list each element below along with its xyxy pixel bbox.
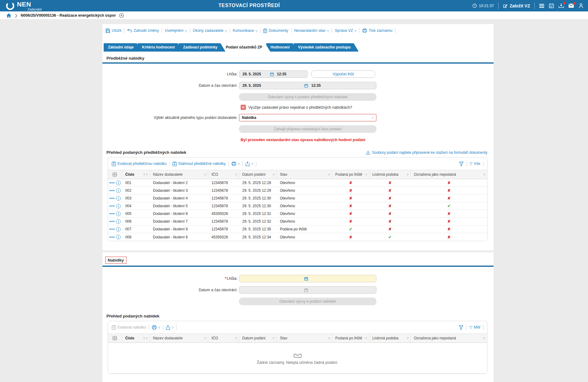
print-record-button[interactable]: Tisk záznamu <box>362 28 392 33</box>
row-info-icon[interactable]: i <box>116 188 121 193</box>
tab-vysledek[interactable]: Výsledek zadávacího postupu <box>294 43 359 52</box>
column-header-datum[interactable]: Datum podání▽ <box>239 334 277 342</box>
column-header-ico[interactable]: IČO▽ <box>208 170 239 179</box>
filter-dropdown-icon[interactable]: ▽ <box>235 337 237 340</box>
row-menu-icon[interactable] <box>110 221 114 222</box>
table-row[interactable]: i 001 Dodavatel - školení 2 12345678 29.… <box>108 179 487 187</box>
filter-dropdown-icon[interactable]: ▽ <box>483 337 485 340</box>
row-menu-icon[interactable] <box>110 182 114 183</box>
inbox-download-icon[interactable] <box>558 3 564 8</box>
row-info-icon[interactable]: i <box>116 227 121 232</box>
stahnout-predbezne-button[interactable]: Stáhnout předběžné nabídky <box>172 162 226 166</box>
filter-dropdown-icon[interactable]: ▽ <box>146 173 148 176</box>
sprava-vz-menu[interactable]: Správa VZ▽ <box>335 28 356 33</box>
column-header-podana[interactable]: Podaná po lhůtě▽ <box>332 334 369 342</box>
filter-dropdown-icon[interactable]: ▽ <box>328 337 330 340</box>
filter-dropdown-icon[interactable]: ▽ <box>273 337 275 340</box>
calendar-icon[interactable] <box>304 277 308 281</box>
home-icon[interactable] <box>6 13 11 18</box>
column-chooser-icon[interactable] <box>108 334 122 342</box>
calendar-icon[interactable] <box>270 72 274 76</box>
nen-logo[interactable]: NEN Zadavatel <box>6 1 42 11</box>
typ-podani-select[interactable]: Nabídka ▽ <box>239 114 376 121</box>
column-header-cislo[interactable]: Číslo ↑ ▽ <box>122 334 150 342</box>
dokumenty-button[interactable]: Dokumenty <box>263 28 288 33</box>
view-preset-select[interactable]: ▽ Vše <box>470 162 480 166</box>
filter-dropdown-icon[interactable]: ▽ <box>146 337 148 340</box>
oteviran-field[interactable]: 29. 5. 2025 12:35 <box>239 82 376 89</box>
filter-dropdown-icon[interactable]: ▽ <box>407 173 408 176</box>
filter-dropdown-icon[interactable]: ▽ <box>365 337 367 340</box>
calendar-icon[interactable] <box>304 84 308 88</box>
table-row[interactable]: i 007 Dodavatel - školení 8 12345678 29.… <box>108 225 487 233</box>
print-table-button[interactable]: ▽ <box>152 325 160 330</box>
ukony-zadavatele-menu[interactable]: Úkony zadavatele▽ <box>193 28 227 33</box>
filter-dropdown-icon[interactable]: ▽ <box>365 173 367 176</box>
row-menu-icon[interactable] <box>110 198 114 199</box>
row-menu-icon[interactable] <box>110 190 114 191</box>
filter-dropdown-icon[interactable]: ▽ <box>328 173 330 176</box>
column-header-listinna[interactable]: Listinná podoba▽ <box>369 334 411 342</box>
row-info-icon[interactable]: i <box>116 181 121 185</box>
breadcrumb-item[interactable]: N006/25/V00005136 - Realizace energetick… <box>21 13 116 18</box>
user-icon[interactable] <box>578 3 584 8</box>
filter-button[interactable] <box>459 162 464 166</box>
filter-dropdown-icon[interactable]: ▽ <box>235 173 237 176</box>
column-header-cislo[interactable]: Číslo ↑ ▽ <box>122 170 150 179</box>
row-info-icon[interactable]: i <box>116 212 121 216</box>
uverejneni-menu[interactable]: Uveřejnění▽ <box>165 28 187 33</box>
table-row[interactable]: i 004 Dodavatel - školení 5 12345678 29.… <box>108 202 487 210</box>
komunikace-menu[interactable]: Komunikace▽ <box>233 28 257 33</box>
export-table-button[interactable]: ▽ <box>166 325 173 330</box>
row-info-icon[interactable]: i <box>116 204 121 208</box>
row-info-icon[interactable]: i <box>116 235 121 239</box>
column-header-oznacena[interactable]: Označena jako nepodaná▽ <box>411 334 487 342</box>
table-row[interactable]: i 006 Dodavatel - školení 7 12345678 29.… <box>108 218 487 225</box>
create-vz-button[interactable]: Založit VZ <box>503 3 530 8</box>
row-menu-icon[interactable] <box>110 205 114 207</box>
filter-dropdown-icon[interactable]: ▽ <box>483 173 485 176</box>
filter-dropdown-icon[interactable]: ▽ <box>273 173 275 176</box>
column-header-stav[interactable]: Stav▽ <box>277 170 332 179</box>
discard-changes-button[interactable]: Zahodit změny <box>127 28 159 33</box>
export-table-button[interactable]: ▽ <box>246 162 253 166</box>
column-header-ico[interactable]: IČO▽ <box>208 334 239 342</box>
download-files-link[interactable]: Soubory podání najdete připravené ke sta… <box>366 150 487 155</box>
row-menu-icon[interactable] <box>110 229 114 230</box>
menu-icon[interactable] <box>539 4 545 8</box>
nabidky-lhuta-field[interactable] <box>239 275 376 282</box>
row-info-icon[interactable]: i <box>116 219 121 224</box>
column-header-stav[interactable]: Stav▽ <box>277 334 332 342</box>
column-header-podana[interactable]: Podaná po lhůtě▽ <box>332 170 369 179</box>
lhuta-field[interactable]: 29. 5. 2025 12:35 <box>239 70 308 78</box>
view-preset-select[interactable]: ▽ MW <box>469 325 480 330</box>
column-header-listinna[interactable]: Listinná podoba▽ <box>369 170 411 179</box>
column-header-datum[interactable]: Datum podání▽ <box>239 170 277 179</box>
table-row[interactable]: i 002 Dodavatel - školení 3 12345678 29.… <box>108 187 487 195</box>
row-menu-icon[interactable] <box>110 213 114 214</box>
checkbox-unchecked-icon[interactable]: ✕ <box>241 105 246 110</box>
row-menu-icon[interactable] <box>110 237 114 238</box>
vypocet-lhut-button[interactable]: Výpočet lhůt <box>311 70 375 78</box>
evidovat-predbeznou-button[interactable]: Evidovat předběžnou nabídku <box>112 162 167 166</box>
column-header-nazev[interactable]: Název dodavatele▽ <box>150 170 209 179</box>
tab-zakladni-udaje[interactable]: Základní údaje <box>104 43 142 52</box>
tab-zadavaci-podminky[interactable]: Zadávací podmínky <box>179 43 225 52</box>
filter-button[interactable] <box>459 325 463 330</box>
save-button[interactable]: Uložit <box>106 28 121 33</box>
calendar-nav-icon[interactable] <box>549 3 554 8</box>
row-info-icon[interactable]: i <box>116 196 121 201</box>
table-row[interactable]: i 005 Dodavatel - školení 6 45359326 29.… <box>108 210 487 218</box>
filter-dropdown-icon[interactable]: ▽ <box>204 173 206 176</box>
tab-kriteria-hodnoceni[interactable]: Kritéria hodnocení <box>138 43 183 52</box>
tab-podani-ucastniku[interactable]: Podání účastníků ZP <box>222 43 270 52</box>
close-breadcrumb-icon[interactable] <box>119 13 124 18</box>
filter-dropdown-icon[interactable]: ▽ <box>407 337 408 340</box>
column-chooser-icon[interactable] <box>108 170 122 179</box>
tab-hodnoceni[interactable]: Hodnocení <box>266 43 298 52</box>
column-header-oznacena[interactable]: Označena jako nepodaná▽ <box>411 170 487 179</box>
nestandardni-stav-menu[interactable]: Nestandardní stav▽ <box>294 28 329 33</box>
table-row[interactable]: i 008 Dodavatel - školení 6 45359326 29.… <box>108 233 487 241</box>
column-header-nazev[interactable]: Název dodavatele▽ <box>150 334 209 342</box>
print-table-button[interactable]: ▽ <box>231 162 240 166</box>
